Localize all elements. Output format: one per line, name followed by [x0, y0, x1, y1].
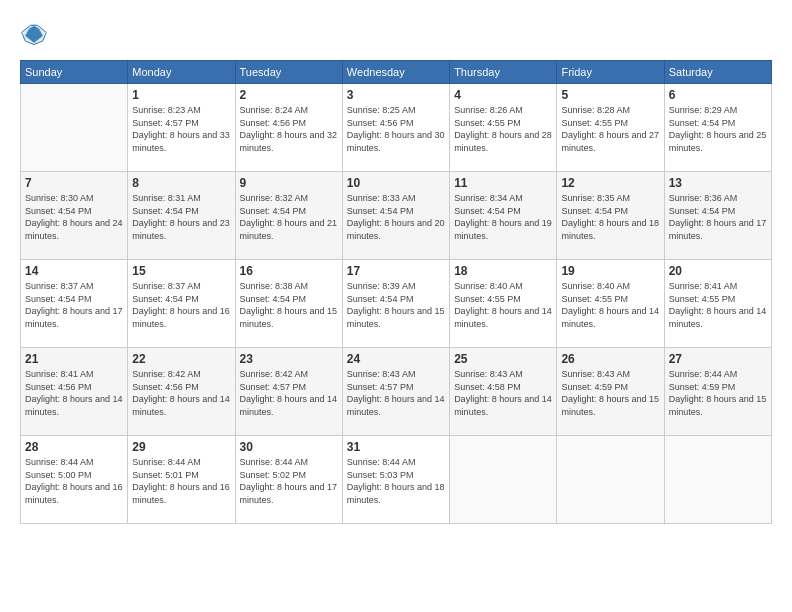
day-number: 22: [132, 352, 230, 366]
day-number: 12: [561, 176, 659, 190]
day-number: 30: [240, 440, 338, 454]
day-number: 2: [240, 88, 338, 102]
calendar-cell: 5Sunrise: 8:28 AMSunset: 4:55 PMDaylight…: [557, 84, 664, 172]
calendar-cell: 17Sunrise: 8:39 AMSunset: 4:54 PMDayligh…: [342, 260, 449, 348]
page: SundayMondayTuesdayWednesdayThursdayFrid…: [0, 0, 792, 612]
week-row-2: 7Sunrise: 8:30 AMSunset: 4:54 PMDaylight…: [21, 172, 772, 260]
day-number: 8: [132, 176, 230, 190]
day-info: Sunrise: 8:28 AMSunset: 4:55 PMDaylight:…: [561, 104, 659, 154]
calendar-cell: 21Sunrise: 8:41 AMSunset: 4:56 PMDayligh…: [21, 348, 128, 436]
day-info: Sunrise: 8:23 AMSunset: 4:57 PMDaylight:…: [132, 104, 230, 154]
day-info: Sunrise: 8:34 AMSunset: 4:54 PMDaylight:…: [454, 192, 552, 242]
calendar-cell: 29Sunrise: 8:44 AMSunset: 5:01 PMDayligh…: [128, 436, 235, 524]
calendar-cell: 3Sunrise: 8:25 AMSunset: 4:56 PMDaylight…: [342, 84, 449, 172]
day-info: Sunrise: 8:40 AMSunset: 4:55 PMDaylight:…: [454, 280, 552, 330]
day-info: Sunrise: 8:44 AMSunset: 5:01 PMDaylight:…: [132, 456, 230, 506]
day-info: Sunrise: 8:39 AMSunset: 4:54 PMDaylight:…: [347, 280, 445, 330]
day-number: 5: [561, 88, 659, 102]
day-number: 20: [669, 264, 767, 278]
day-header-wednesday: Wednesday: [342, 61, 449, 84]
day-info: Sunrise: 8:26 AMSunset: 4:55 PMDaylight:…: [454, 104, 552, 154]
calendar-cell: 12Sunrise: 8:35 AMSunset: 4:54 PMDayligh…: [557, 172, 664, 260]
week-row-5: 28Sunrise: 8:44 AMSunset: 5:00 PMDayligh…: [21, 436, 772, 524]
calendar-cell: 7Sunrise: 8:30 AMSunset: 4:54 PMDaylight…: [21, 172, 128, 260]
day-info: Sunrise: 8:42 AMSunset: 4:57 PMDaylight:…: [240, 368, 338, 418]
calendar-cell: 28Sunrise: 8:44 AMSunset: 5:00 PMDayligh…: [21, 436, 128, 524]
calendar-cell: 2Sunrise: 8:24 AMSunset: 4:56 PMDaylight…: [235, 84, 342, 172]
day-number: 26: [561, 352, 659, 366]
calendar-cell: 24Sunrise: 8:43 AMSunset: 4:57 PMDayligh…: [342, 348, 449, 436]
week-row-3: 14Sunrise: 8:37 AMSunset: 4:54 PMDayligh…: [21, 260, 772, 348]
calendar-cell: 23Sunrise: 8:42 AMSunset: 4:57 PMDayligh…: [235, 348, 342, 436]
day-info: Sunrise: 8:25 AMSunset: 4:56 PMDaylight:…: [347, 104, 445, 154]
day-info: Sunrise: 8:44 AMSunset: 5:00 PMDaylight:…: [25, 456, 123, 506]
calendar-cell: 11Sunrise: 8:34 AMSunset: 4:54 PMDayligh…: [450, 172, 557, 260]
day-info: Sunrise: 8:44 AMSunset: 4:59 PMDaylight:…: [669, 368, 767, 418]
day-info: Sunrise: 8:32 AMSunset: 4:54 PMDaylight:…: [240, 192, 338, 242]
calendar-cell: [21, 84, 128, 172]
day-info: Sunrise: 8:44 AMSunset: 5:03 PMDaylight:…: [347, 456, 445, 506]
day-number: 23: [240, 352, 338, 366]
calendar-cell: 31Sunrise: 8:44 AMSunset: 5:03 PMDayligh…: [342, 436, 449, 524]
day-number: 14: [25, 264, 123, 278]
day-number: 28: [25, 440, 123, 454]
logo: [20, 20, 52, 48]
day-number: 17: [347, 264, 445, 278]
day-info: Sunrise: 8:37 AMSunset: 4:54 PMDaylight:…: [25, 280, 123, 330]
calendar-cell: [664, 436, 771, 524]
day-info: Sunrise: 8:43 AMSunset: 4:58 PMDaylight:…: [454, 368, 552, 418]
week-row-1: 1Sunrise: 8:23 AMSunset: 4:57 PMDaylight…: [21, 84, 772, 172]
day-number: 24: [347, 352, 445, 366]
calendar-cell: 18Sunrise: 8:40 AMSunset: 4:55 PMDayligh…: [450, 260, 557, 348]
calendar-cell: [450, 436, 557, 524]
day-header-sunday: Sunday: [21, 61, 128, 84]
day-number: 16: [240, 264, 338, 278]
day-number: 11: [454, 176, 552, 190]
day-number: 15: [132, 264, 230, 278]
calendar-cell: 10Sunrise: 8:33 AMSunset: 4:54 PMDayligh…: [342, 172, 449, 260]
day-number: 21: [25, 352, 123, 366]
day-info: Sunrise: 8:42 AMSunset: 4:56 PMDaylight:…: [132, 368, 230, 418]
calendar-cell: 14Sunrise: 8:37 AMSunset: 4:54 PMDayligh…: [21, 260, 128, 348]
day-info: Sunrise: 8:41 AMSunset: 4:56 PMDaylight:…: [25, 368, 123, 418]
day-header-saturday: Saturday: [664, 61, 771, 84]
calendar-cell: 25Sunrise: 8:43 AMSunset: 4:58 PMDayligh…: [450, 348, 557, 436]
day-info: Sunrise: 8:31 AMSunset: 4:54 PMDaylight:…: [132, 192, 230, 242]
day-number: 19: [561, 264, 659, 278]
day-number: 29: [132, 440, 230, 454]
day-number: 18: [454, 264, 552, 278]
calendar-cell: 19Sunrise: 8:40 AMSunset: 4:55 PMDayligh…: [557, 260, 664, 348]
day-number: 1: [132, 88, 230, 102]
day-header-thursday: Thursday: [450, 61, 557, 84]
day-header-friday: Friday: [557, 61, 664, 84]
calendar-cell: 30Sunrise: 8:44 AMSunset: 5:02 PMDayligh…: [235, 436, 342, 524]
logo-icon: [20, 20, 48, 48]
day-info: Sunrise: 8:43 AMSunset: 4:57 PMDaylight:…: [347, 368, 445, 418]
day-number: 4: [454, 88, 552, 102]
day-info: Sunrise: 8:35 AMSunset: 4:54 PMDaylight:…: [561, 192, 659, 242]
day-info: Sunrise: 8:33 AMSunset: 4:54 PMDaylight:…: [347, 192, 445, 242]
day-info: Sunrise: 8:41 AMSunset: 4:55 PMDaylight:…: [669, 280, 767, 330]
day-info: Sunrise: 8:30 AMSunset: 4:54 PMDaylight:…: [25, 192, 123, 242]
day-header-monday: Monday: [128, 61, 235, 84]
day-info: Sunrise: 8:37 AMSunset: 4:54 PMDaylight:…: [132, 280, 230, 330]
calendar-cell: 13Sunrise: 8:36 AMSunset: 4:54 PMDayligh…: [664, 172, 771, 260]
calendar-cell: 20Sunrise: 8:41 AMSunset: 4:55 PMDayligh…: [664, 260, 771, 348]
calendar-cell: 1Sunrise: 8:23 AMSunset: 4:57 PMDaylight…: [128, 84, 235, 172]
week-row-4: 21Sunrise: 8:41 AMSunset: 4:56 PMDayligh…: [21, 348, 772, 436]
day-info: Sunrise: 8:40 AMSunset: 4:55 PMDaylight:…: [561, 280, 659, 330]
day-info: Sunrise: 8:24 AMSunset: 4:56 PMDaylight:…: [240, 104, 338, 154]
day-info: Sunrise: 8:43 AMSunset: 4:59 PMDaylight:…: [561, 368, 659, 418]
day-info: Sunrise: 8:44 AMSunset: 5:02 PMDaylight:…: [240, 456, 338, 506]
day-number: 25: [454, 352, 552, 366]
day-number: 3: [347, 88, 445, 102]
calendar-cell: [557, 436, 664, 524]
calendar-cell: 26Sunrise: 8:43 AMSunset: 4:59 PMDayligh…: [557, 348, 664, 436]
day-info: Sunrise: 8:38 AMSunset: 4:54 PMDaylight:…: [240, 280, 338, 330]
calendar-cell: 22Sunrise: 8:42 AMSunset: 4:56 PMDayligh…: [128, 348, 235, 436]
day-header-tuesday: Tuesday: [235, 61, 342, 84]
day-number: 31: [347, 440, 445, 454]
day-number: 9: [240, 176, 338, 190]
calendar-cell: 15Sunrise: 8:37 AMSunset: 4:54 PMDayligh…: [128, 260, 235, 348]
day-number: 7: [25, 176, 123, 190]
